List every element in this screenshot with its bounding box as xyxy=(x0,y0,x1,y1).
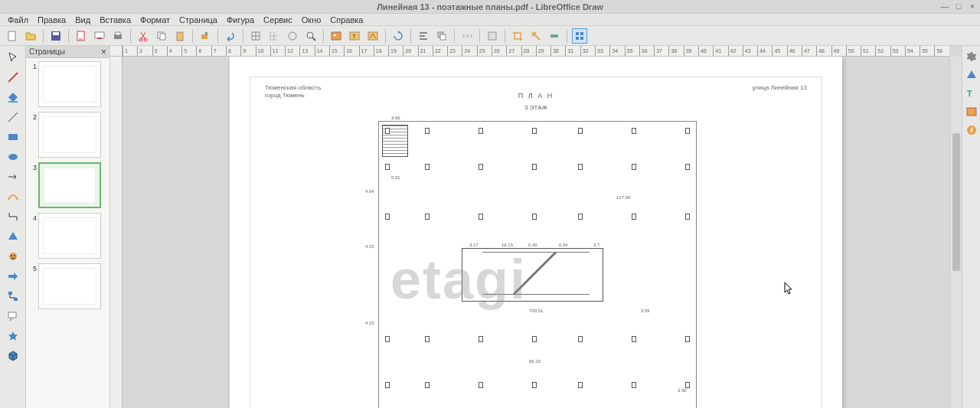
svg-rect-0 xyxy=(8,31,15,41)
rotate-button[interactable] xyxy=(390,28,406,44)
clone-format-button[interactable] xyxy=(198,28,213,44)
stars-tool[interactable] xyxy=(2,328,24,344)
toggle-extrusion-button[interactable] xyxy=(572,28,587,44)
toolbar-separator xyxy=(479,29,480,43)
pages-panel-close-button[interactable]: × xyxy=(101,47,106,57)
shapes-deck-button[interactable] xyxy=(964,67,979,83)
page-thumb-5-wrap: 5 xyxy=(29,263,106,309)
shadow-button[interactable] xyxy=(485,28,500,44)
fp-column xyxy=(532,128,537,134)
align-button[interactable] xyxy=(416,28,431,44)
svg-rect-25 xyxy=(470,34,472,38)
fp-dim-label: 4.15 xyxy=(365,244,374,249)
paste-button[interactable] xyxy=(172,28,188,44)
fp-column xyxy=(578,336,583,342)
menu-view[interactable]: Вид xyxy=(70,15,95,25)
menu-shape[interactable]: Фигура xyxy=(222,15,259,25)
gallery-deck-button[interactable] xyxy=(964,104,979,119)
flowchart-tool[interactable] xyxy=(2,288,24,305)
ruler-tick: 28 xyxy=(521,46,536,57)
grid-button[interactable] xyxy=(248,28,263,44)
canvas-viewport[interactable]: Тюменская область город Тюмень улица Лин… xyxy=(122,57,949,408)
symbol-shapes-tool[interactable] xyxy=(2,248,24,265)
navigator-deck-button[interactable] xyxy=(964,122,979,138)
page-thumb-1-wrap: 1 xyxy=(29,61,106,107)
insert-textbox-button[interactable]: T xyxy=(347,28,362,44)
filter-button[interactable] xyxy=(528,28,544,44)
horizontal-ruler[interactable]: 1234567891011121314151617181920212223242… xyxy=(122,46,949,57)
curve-tool[interactable] xyxy=(2,188,24,205)
line-tool[interactable] xyxy=(2,109,24,126)
page-thumb-1[interactable] xyxy=(38,61,101,107)
fill-color-tool[interactable] xyxy=(2,89,24,106)
snap-button[interactable] xyxy=(266,28,282,44)
fp-dim-label: 0.40 xyxy=(528,243,537,247)
save-button[interactable] xyxy=(48,28,64,44)
connector-tool[interactable] xyxy=(2,208,24,225)
page-thumb-3[interactable] xyxy=(38,162,101,208)
arrange-button[interactable] xyxy=(434,28,449,44)
callouts-tool[interactable] xyxy=(2,308,24,325)
zoom-button[interactable] xyxy=(303,28,318,44)
helplines-button[interactable] xyxy=(285,28,300,44)
cut-button[interactable] xyxy=(136,28,151,44)
ruler-tick: 55 xyxy=(920,46,934,57)
svg-rect-33 xyxy=(8,134,18,140)
gluepoints-button[interactable] xyxy=(547,28,562,44)
insert-image-button[interactable] xyxy=(328,28,344,44)
arrow-tool[interactable] xyxy=(2,168,24,185)
ruler-tick: 20 xyxy=(403,46,417,57)
page-thumb-2[interactable] xyxy=(38,112,101,158)
menu-page[interactable]: Страница xyxy=(175,15,222,25)
ruler-tick: 6 xyxy=(196,46,211,57)
page-thumb-4[interactable] xyxy=(38,213,101,259)
export-pdf-button[interactable] xyxy=(74,28,89,44)
ruler-tick: 45 xyxy=(772,46,786,57)
maximize-button[interactable]: □ xyxy=(954,2,963,11)
menu-window[interactable]: Окно xyxy=(297,15,326,25)
export-direct-button[interactable] xyxy=(92,28,107,44)
close-button[interactable]: × xyxy=(968,2,977,11)
menu-help[interactable]: Справка xyxy=(325,15,368,25)
ruler-tick: 44 xyxy=(757,46,772,57)
distribute-button[interactable] xyxy=(459,28,475,44)
fp-dim-label: 3.17 xyxy=(469,243,479,247)
copy-button[interactable] xyxy=(154,28,169,44)
menu-file[interactable]: Файл xyxy=(3,15,33,25)
line-color-tool[interactable] xyxy=(2,69,24,86)
new-document-button[interactable] xyxy=(5,28,20,44)
toolbar-separator xyxy=(323,29,324,43)
toolbar-separator xyxy=(68,29,69,43)
menu-edit[interactable]: Правка xyxy=(33,15,70,25)
scrollbar-thumb[interactable] xyxy=(952,133,960,271)
vertical-ruler[interactable] xyxy=(110,57,122,408)
minimize-button[interactable]: — xyxy=(940,2,949,11)
page-thumb-5[interactable] xyxy=(38,263,101,309)
svg-rect-27 xyxy=(550,34,558,38)
fp-column xyxy=(532,336,537,342)
pages-list: 1 2 3 4 5 xyxy=(26,58,109,408)
properties-deck-button[interactable] xyxy=(964,49,979,64)
styles-deck-button[interactable]: T xyxy=(964,86,979,101)
menu-tools[interactable]: Сервис xyxy=(259,15,297,25)
block-arrows-tool[interactable] xyxy=(2,268,24,285)
vertical-scrollbar[interactable] xyxy=(949,57,962,408)
3d-objects-tool[interactable] xyxy=(2,348,24,364)
ruler-tick: 51 xyxy=(861,46,875,57)
rectangle-tool[interactable] xyxy=(2,129,24,145)
ellipse-tool[interactable] xyxy=(2,149,24,165)
basic-shapes-tool[interactable] xyxy=(2,228,24,245)
fp-column xyxy=(578,382,583,388)
print-button[interactable] xyxy=(110,28,126,44)
undo-button[interactable] xyxy=(223,28,238,44)
crop-button[interactable] xyxy=(510,28,525,44)
insert-fontwork-button[interactable] xyxy=(365,28,381,44)
ruler-tick: 7 xyxy=(211,46,226,57)
menu-insert[interactable]: Вставка xyxy=(95,15,136,25)
menu-format[interactable]: Формат xyxy=(136,15,175,25)
drawing-page[interactable]: Тюменская область город Тюмень улица Лин… xyxy=(230,57,842,408)
select-tool[interactable] xyxy=(2,49,24,66)
drawing-toolbox xyxy=(0,46,26,408)
ruler-tick: 17 xyxy=(359,46,374,57)
open-document-button[interactable] xyxy=(23,28,38,44)
